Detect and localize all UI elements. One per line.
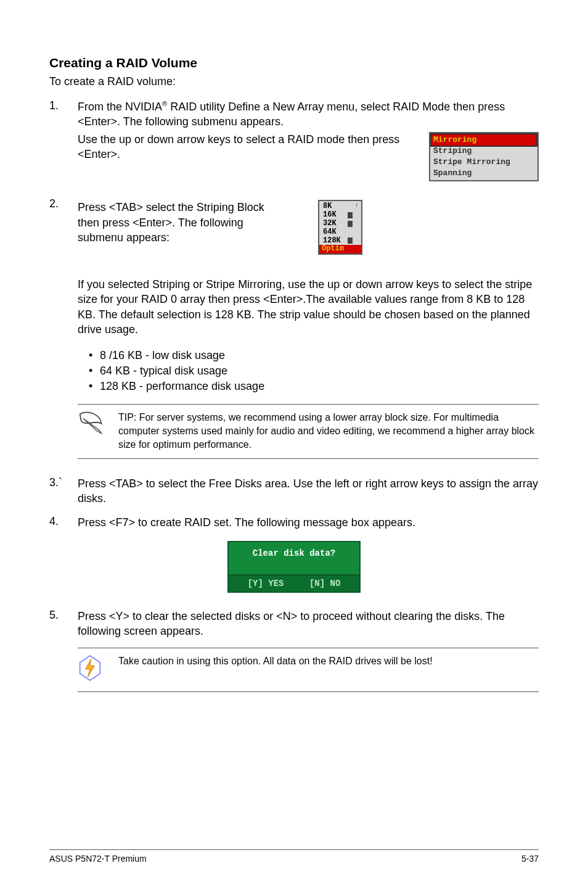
step-body: Press <TAB> select the Striping Block th… [78, 197, 539, 340]
steps-list-cont: 3.` Press <TAB> to select the Free Disks… [49, 476, 539, 530]
bullet-list: 8 /16 KB - low disk usage 64 KB - typica… [78, 349, 539, 393]
stripe-label: 32K [319, 220, 346, 228]
step-3: 3.` Press <TAB> to select the Free Disks… [49, 476, 539, 506]
dialog-title: Clear disk data? [227, 541, 361, 576]
step-text: Press <TAB> select the Striping Block th… [78, 200, 269, 245]
step-text: Press <F7> to create RAID set. The follo… [78, 515, 539, 530]
step-5: 5. Press <Y> to clear the selected disks… [49, 609, 539, 639]
scrollbar-icon [348, 221, 353, 227]
dialog-yes-option[interactable]: [Y] YES [248, 579, 284, 588]
step-paragraph: If you selected Striping or Stripe Mirro… [78, 277, 539, 337]
section-heading: Creating a RAID Volume [49, 56, 539, 70]
step-text: Press <TAB> to select the Free Disks are… [78, 476, 539, 506]
stripe-option[interactable]: 16K [319, 211, 361, 220]
scrollbar-icon [348, 237, 353, 244]
step-number: 1. [49, 99, 78, 181]
raid-mode-menu[interactable]: Mirroring Striping Stripe Mirroring Span… [429, 132, 539, 182]
intro-text: To create a RAID volume: [49, 75, 539, 88]
stripe-option[interactable]: 64K [319, 228, 361, 237]
bullet-item: 64 KB - typical disk usage [100, 365, 539, 377]
step-number: 4. [49, 515, 78, 530]
stripe-option-selected[interactable]: Optim [319, 245, 361, 254]
raid-mode-selected[interactable]: Mirroring [431, 134, 536, 146]
step-4: 4. Press <F7> to create RAID set. The fo… [49, 515, 539, 530]
up-arrow-icon: ↑ [355, 202, 359, 210]
stripe-label: 128K [319, 237, 346, 245]
scrollbar-icon [348, 212, 353, 218]
bullet-item: 128 KB - performance disk usage [100, 380, 539, 393]
footer-right: 5-37 [521, 854, 539, 864]
stripe-size-menu[interactable]: ↑ 8K 16K 32K 64K 128K Optim [318, 200, 362, 255]
steps-list: 1. From the NVIDIA® RAID utility Define … [49, 99, 539, 340]
step-body: From the NVIDIA® RAID utility Define a N… [78, 99, 539, 181]
step-text: Press <Y> to clear the selected disks or… [78, 609, 539, 639]
registered-mark: ® [162, 100, 167, 107]
tip-callout: TIP: For server systems, we recommend us… [78, 404, 539, 459]
footer-left: ASUS P5N72-T Premium [49, 854, 147, 864]
steps-list-cont2: 5. Press <Y> to clear the selected disks… [49, 609, 539, 639]
bullet-item: 8 /16 KB - low disk usage [100, 349, 539, 362]
stripe-option[interactable]: 128K [319, 237, 361, 245]
page-footer: ASUS P5N72-T Premium 5-37 [49, 849, 539, 864]
step-number: 2. [49, 197, 78, 340]
raid-mode-option[interactable]: Stripe Mirroring [431, 157, 536, 168]
pencil-icon [78, 411, 107, 438]
step-text-a: From the NVIDIA [78, 101, 162, 113]
dialog-no-option[interactable]: [N] NO [309, 579, 340, 588]
stripe-label: 16K [319, 211, 346, 220]
warning-text: Take caution in using this option. All d… [118, 654, 433, 668]
raid-mode-option[interactable]: Spanning [431, 168, 536, 179]
step-number: 5. [49, 609, 78, 639]
step-number: 3.` [49, 476, 78, 506]
step-1: 1. From the NVIDIA® RAID utility Define … [49, 99, 539, 181]
clear-disk-dialog: Clear disk data? [Y] YES [N] NO [227, 541, 361, 593]
lightning-icon [78, 654, 107, 684]
tip-text: TIP: For server systems, we recommend us… [118, 411, 539, 451]
stripe-option[interactable]: 32K [319, 220, 361, 228]
warning-callout: Take caution in using this option. All d… [78, 648, 539, 692]
raid-mode-option[interactable]: Striping [431, 146, 536, 157]
step-2: 2. Press <TAB> select the Striping Block… [49, 197, 539, 340]
step-subtext: Use the up or down arrow keys to select … [78, 132, 417, 182]
stripe-label: 8K [319, 202, 346, 211]
stripe-label: 64K [319, 228, 346, 237]
